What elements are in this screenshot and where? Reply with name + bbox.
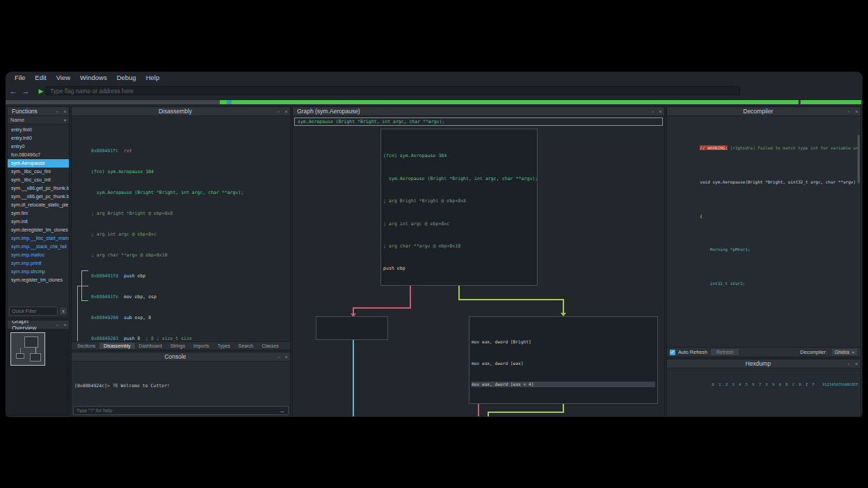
close-icon[interactable]: × [61,109,69,114]
function-item[interactable]: sym.fini [8,209,69,218]
auto-refresh-checkbox[interactable]: ✓ [670,350,675,355]
hexdump-header: Hexdump ▫ × [667,359,860,368]
decompiler-select[interactable]: Ghidra ▾ [831,348,858,356]
graph-node-line: (fcn) sym.Aeropause 384 [383,153,535,158]
detach-icon[interactable]: ▫ [54,109,61,114]
menu-item[interactable]: Help [141,72,165,83]
colorbar-mapped-segment [220,100,861,104]
disassembly-line[interactable]: ; arg char **argv @ ebp+0x10 [91,253,290,259]
close-icon[interactable]: × [657,109,664,114]
function-item[interactable]: sym.__x86.get_pc_thunk.bx [8,193,69,201]
function-item[interactable]: sym.register_tm_clones [8,276,69,284]
widget-tab[interactable]: Strings [166,343,189,349]
menu-item[interactable]: View [51,72,75,83]
function-signature-bar[interactable]: sym.Aeropause (Bright *Bright, int argc,… [294,117,663,126]
close-icon[interactable]: × [853,109,860,114]
graph-node-false-branch[interactable]: mov eax, dword [Bright] mov dword [eax +… [316,316,388,340]
widget-tab[interactable]: Classes [257,343,282,349]
widget-tab[interactable]: Search [234,343,258,349]
widget-tab[interactable]: Imports [189,343,214,349]
widget-tab[interactable]: Dashboard [135,343,166,349]
disassembly-line[interactable]: sym.Aeropause (Bright *Bright, int argc,… [91,190,290,196]
back-arrow-icon[interactable]: ← [8,87,18,95]
graph-panel: Graph (sym.Aeropause) ▫ × sym.Aeropause … [292,106,665,417]
function-item[interactable]: sym.imp.__libc_start_main [8,234,69,243]
disassembly-line[interactable]: 0x080491fd push ebp [91,274,290,279]
detach-icon[interactable]: ▫ [275,355,282,359]
graph-node-true-branch[interactable]: mov eax, dword [Bright] mov eax, dword [… [469,316,658,404]
disassembly-line[interactable]: ; arg Bright *Bright @ ebp+0x8 [91,211,290,217]
function-item[interactable]: sym.dl_relocate_static_pie [8,201,69,209]
menu-item[interactable]: Windows [75,72,112,83]
scrollbar-thumb[interactable] [858,135,860,184]
function-item[interactable]: sym.imp.printf [8,259,69,268]
widget-tab[interactable]: Disassembly [99,343,135,349]
menu-item[interactable]: Edit [30,72,51,83]
functions-column-header[interactable]: Name ▾ [8,116,69,124]
function-item[interactable]: sym.imp.__stack_chk_fail [8,243,69,251]
console-input-row: → [73,406,289,415]
disassembly-line[interactable]: ; arg int argc @ ebp+0xc [91,232,290,238]
decompiler-line[interactable]: Morning *pMVar1; [670,241,858,258]
function-item[interactable]: sym.imp.malloc [8,251,69,259]
function-item[interactable]: entry.init0 [8,134,69,143]
forward-arrow-icon[interactable]: → [21,87,31,95]
function-item[interactable]: sym.__x86.get_pc_thunk.bp [8,184,69,193]
send-command-icon[interactable]: → [276,407,288,414]
function-item[interactable]: sym.imp.strcmp [8,268,69,276]
disassembly-line[interactable]: 0x080491fe mov ebp, esp [91,295,290,300]
console-input[interactable] [74,408,276,413]
detach-icon[interactable]: ▫ [649,109,657,114]
decompiler-text: Morning *pMVar1; [700,247,750,252]
detach-icon[interactable]: ▫ [845,109,853,114]
detach-icon[interactable]: ▫ [845,361,853,366]
flag-search-input[interactable] [46,86,740,95]
detach-icon[interactable]: ▫ [54,323,61,327]
function-item[interactable]: sym._libc_csu_init [8,176,69,184]
function-item[interactable]: entry0 [8,143,69,151]
detach-icon[interactable]: ▫ [275,109,282,114]
disassembly-line[interactable]: (fcn) sym.Aeropause 384 [91,170,290,175]
decompiler-line[interactable]: { [670,208,858,225]
close-icon[interactable]: × [282,109,290,114]
function-item[interactable]: fcn.080490c7 [8,151,69,159]
function-item[interactable]: entry.fini0 [8,126,69,134]
widget-tab[interactable]: Sections [73,343,99,349]
disassembly-line[interactable]: 0x08049200 sub esp, 8 [91,316,290,321]
decompiler-line[interactable]: void sym.Aeropause(Bright *Bright, uint3… [670,174,858,190]
function-item[interactable]: sym.Aeropause [8,159,69,168]
hexdump-body: .0 1 2 3 4 5 6 7 8 9 A B C D E F01234567… [667,368,860,416]
graph-overview-panel: Graph Overview ▫ × [7,320,70,416]
decompiler-line[interactable] [670,309,858,325]
disassembly-line[interactable]: 0x080491fc ret [91,149,290,154]
graph-node-line: mov eax, dword [Bright] [472,339,655,345]
quick-filter-input[interactable] [9,307,58,316]
close-icon[interactable]: × [282,355,290,359]
menu-item[interactable]: Debug [112,72,141,83]
function-item[interactable]: sym.deregister_tm_clones [8,226,69,234]
decompiler-line[interactable]: int32_t iVar2; [670,275,858,292]
disassembly-line[interactable]: 0x08049203 push 8 ; 8 ; size_t size [91,336,290,341]
instruction-address: 0x080491fc [91,149,124,154]
close-icon[interactable]: × [61,323,69,327]
clear-filter-icon[interactable]: x [59,307,67,316]
graph-overview-minimap[interactable] [8,330,69,415]
function-item[interactable]: sym._libc_csu_fini [8,168,69,176]
graph-edge-true [563,299,564,314]
panel-title: Disassembly [72,108,275,115]
menu-item[interactable]: File [10,72,30,83]
widget-tab[interactable]: Types [214,343,234,349]
instruction-address: 0x080491fe [91,295,124,300]
graph-node-entry[interactable]: (fcn) sym.Aeropause 384 sym.Aeropause (B… [380,129,538,286]
instruction-address: 0x08049200 [91,316,124,321]
close-icon[interactable]: × [853,361,860,366]
function-item[interactable]: sym.init [8,218,69,226]
address-colorbar[interactable] [6,100,862,104]
decompiler-line[interactable]: // WARNING: [r2ghidra] Failed to match t… [670,140,858,156]
console-output: [0x0804924c]> ?E Welcome to Cutter! .--.… [72,361,290,405]
minimap-node [24,336,38,348]
play-icon[interactable]: ▶ [36,88,46,95]
refresh-button[interactable]: Refresh [710,348,740,356]
panel-title: Decompiler [667,108,845,115]
graph-edge [353,340,354,417]
